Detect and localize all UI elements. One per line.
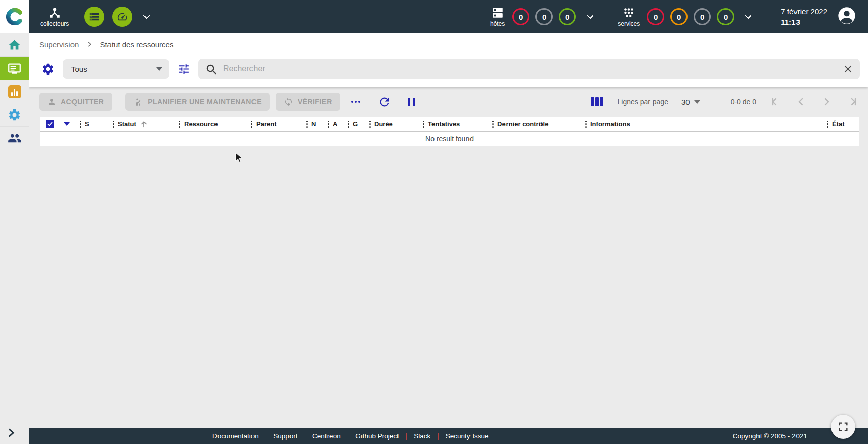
centreon-logo[interactable] (0, 0, 29, 33)
drag-handle-icon[interactable] (306, 121, 308, 128)
services-chevron-icon[interactable] (745, 12, 752, 19)
drag-handle-icon[interactable] (369, 121, 371, 128)
poller-list-button[interactable] (84, 7, 104, 27)
first-page-icon[interactable] (770, 96, 782, 108)
monitoring-icon (8, 62, 21, 76)
services-warning-counter[interactable]: 0 (670, 8, 688, 25)
drag-handle-icon[interactable] (80, 121, 81, 128)
hosts-down-counter[interactable]: 0 (512, 8, 529, 25)
drag-handle-icon[interactable] (348, 121, 349, 128)
current-date: 7 février 2022 (781, 6, 827, 17)
column-header-state[interactable]: État (825, 120, 859, 128)
fullscreen-button[interactable] (831, 415, 855, 439)
column-header-resource[interactable]: Ressource (177, 120, 249, 128)
hosts-status: hôtes 0 0 0 (490, 6, 593, 27)
select-all-checkbox[interactable] (46, 120, 54, 128)
resources-toolbar: ACQUITTER PLANIFIER UNE MAINTENANCE VÉRI… (29, 87, 868, 117)
services-status: services 0 0 0 0 (618, 6, 751, 27)
current-time: 11:13 (781, 17, 827, 27)
drag-handle-icon[interactable] (328, 121, 329, 128)
maintenance-worker-icon (133, 97, 143, 107)
column-header-parent[interactable]: Parent (249, 120, 304, 128)
column-header-information[interactable]: Informations (583, 120, 825, 128)
drag-handle-icon[interactable] (179, 121, 180, 128)
column-label: N (311, 120, 316, 128)
hosts-unreachable-count: 0 (542, 13, 546, 21)
empty-table-message: No result found (40, 132, 859, 146)
services-icon (622, 6, 635, 19)
drag-handle-icon[interactable] (492, 121, 494, 128)
drag-handle-icon[interactable] (827, 121, 828, 128)
previous-page-icon[interactable] (795, 96, 807, 108)
sidebar-item-home[interactable] (0, 33, 29, 57)
header-band: Supervision Statut des ressources Tous (29, 33, 868, 87)
filter-settings-gear-icon[interactable] (41, 62, 55, 76)
column-header-severity[interactable]: S (78, 120, 111, 128)
column-header-action[interactable]: A (326, 120, 346, 128)
column-header-duration[interactable]: Durée (367, 120, 421, 128)
services-critical-counter[interactable]: 0 (647, 8, 664, 25)
column-label: Statut (118, 120, 136, 128)
services-ok-counter[interactable]: 0 (717, 8, 734, 25)
clear-search-icon[interactable] (843, 64, 853, 74)
footer-link-support[interactable]: Support (266, 432, 304, 440)
breadcrumb-supervision[interactable]: Supervision (39, 40, 79, 49)
services-unknown-count: 0 (700, 13, 704, 21)
people-icon (8, 131, 22, 145)
sidebar-item-configuration[interactable] (0, 103, 29, 127)
column-header-last-check[interactable]: Dernier contrôle (490, 120, 583, 128)
column-header-tries[interactable]: Tentatives (421, 120, 490, 128)
poller-gauge-button[interactable] (112, 7, 132, 27)
drag-handle-icon[interactable] (113, 121, 114, 128)
hosts-chevron-icon[interactable] (587, 12, 594, 19)
hosts-menu[interactable]: hôtes (490, 6, 505, 27)
acknowledge-button[interactable]: ACQUITTER (39, 93, 112, 111)
column-label: Informations (590, 120, 630, 128)
filter-tune-icon[interactable] (177, 63, 190, 76)
next-page-icon[interactable] (820, 96, 833, 108)
rows-per-page-value: 30 (681, 98, 690, 106)
rows-per-page-select[interactable]: 30 (681, 98, 700, 106)
column-header-status[interactable]: Statut (111, 120, 177, 128)
refresh-icon[interactable] (378, 95, 391, 109)
column-header-notes[interactable]: N (304, 120, 326, 128)
copyright-text: Copyright © 2005 - 2021 (733, 432, 807, 440)
clock: 7 février 2022 11:13 (781, 6, 827, 27)
hosts-unreachable-counter[interactable]: 0 (535, 8, 553, 25)
sidebar-item-administration[interactable] (0, 127, 29, 150)
pollers-chevron-icon[interactable] (143, 12, 151, 19)
search-input[interactable] (223, 64, 837, 73)
centreon-logo-icon (6, 8, 23, 25)
filter-scope-select[interactable]: Tous (63, 59, 169, 79)
column-label: A (333, 120, 337, 128)
footer-link-github[interactable]: Github Project (348, 432, 406, 440)
check-button[interactable]: VÉRIFIER (276, 93, 340, 111)
services-unknown-counter[interactable]: 0 (694, 8, 711, 25)
hosts-up-counter[interactable]: 0 (559, 8, 576, 25)
sidebar-expand-button[interactable] (6, 428, 16, 440)
footer-link-documentation[interactable]: Documentation (205, 432, 266, 440)
pollers-menu[interactable]: collecteurs (40, 6, 69, 27)
footer-link-slack[interactable]: Slack (407, 432, 438, 440)
more-actions-icon[interactable] (351, 101, 360, 103)
user-menu[interactable] (837, 6, 857, 28)
breadcrumb-current-page: Statut des ressources (100, 40, 173, 49)
pagination-range: 0-0 de 0 (731, 98, 756, 106)
sidebar-item-reporting[interactable] (0, 80, 29, 103)
footer-link-centreon[interactable]: Centreon (305, 432, 348, 440)
table-header-row: S Statut Ressource Parent N A G Durée Te… (40, 117, 859, 132)
sidebar-item-supervision[interactable] (0, 57, 29, 80)
select-menu-caret-icon[interactable] (64, 122, 70, 126)
drag-handle-icon[interactable] (251, 121, 252, 128)
services-menu[interactable]: services (618, 6, 640, 27)
last-page-icon[interactable] (846, 96, 858, 108)
downtime-button[interactable]: PLANIFIER UNE MAINTENANCE (125, 93, 270, 111)
footer-link-security[interactable]: Security Issue (439, 432, 496, 440)
pause-autorefresh-icon[interactable] (408, 98, 415, 106)
sort-ascending-icon[interactable] (140, 120, 148, 128)
footer: Documentation Support Centreon Github Pr… (29, 428, 868, 444)
drag-handle-icon[interactable] (585, 121, 587, 128)
column-header-graph[interactable]: G (346, 120, 367, 128)
edit-columns-icon[interactable] (591, 97, 603, 106)
drag-handle-icon[interactable] (423, 121, 424, 128)
